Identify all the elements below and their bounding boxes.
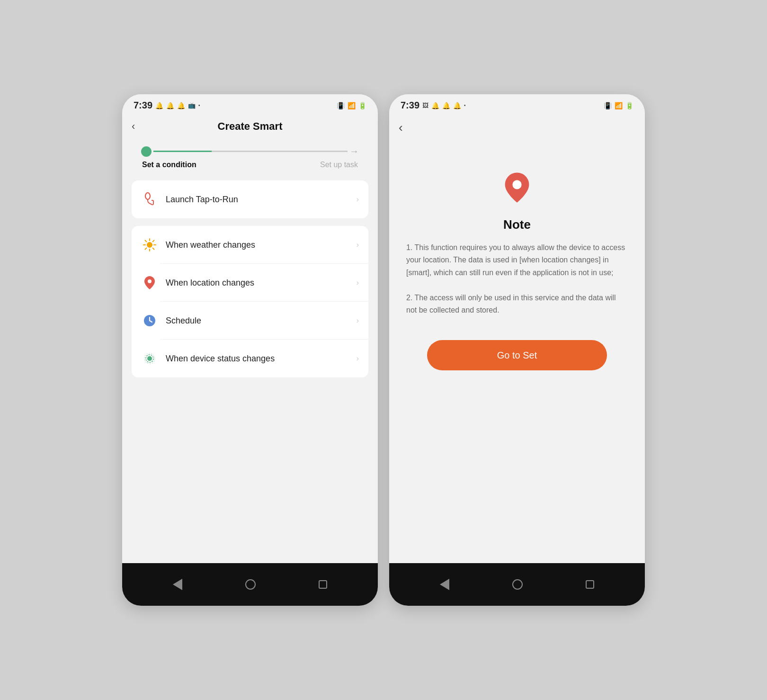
vibrate-icon: 📳 <box>337 102 345 109</box>
weather-label: When weather changes <box>166 240 357 250</box>
location-item[interactable]: When location changes › <box>132 264 368 302</box>
back-nav-button-r[interactable] <box>440 579 449 590</box>
location-icon <box>141 274 158 291</box>
svg-line-7 <box>145 241 147 242</box>
left-phone: 7:39 🔔 🔔 🔔 📺 • 📳 📶 🔋 ‹ Create Smart → <box>122 94 378 606</box>
note-title: Note <box>503 217 531 232</box>
dot-r: • <box>464 103 466 108</box>
schedule-icon <box>141 312 158 329</box>
svg-point-11 <box>148 279 152 283</box>
tap-to-run-card: Launch Tap-to-Run › <box>132 180 368 218</box>
home-nav-button[interactable] <box>245 579 256 590</box>
header: ‹ Create Smart <box>122 115 378 138</box>
progress-section: → Set a condition Set up task <box>122 138 378 180</box>
right-phone: 7:39 🖼 🔔 🔔 🔔 • 📳 📶 🔋 ‹ <box>389 94 645 606</box>
home-nav-button-r[interactable] <box>512 579 523 590</box>
progress-labels: Set a condition Set up task <box>141 161 359 169</box>
svg-line-9 <box>153 241 154 242</box>
back-button-right[interactable]: ‹ <box>399 120 403 135</box>
status-bar-right: 7:39 🖼 🔔 🔔 🔔 • 📳 📶 🔋 <box>389 94 645 115</box>
notif-icon-1: 🔔 <box>155 102 163 109</box>
svg-point-15 <box>147 356 152 361</box>
wifi-icon: 📶 <box>348 102 356 109</box>
progress-line <box>153 151 348 152</box>
vibrate-icon-r: 📳 <box>604 102 612 109</box>
progress-dot-step1 <box>141 146 152 157</box>
device-status-item[interactable]: When device status changes › <box>132 340 368 377</box>
device-status-chevron: › <box>357 354 359 363</box>
weather-chevron: › <box>357 241 359 249</box>
schedule-item[interactable]: Schedule › <box>132 302 368 340</box>
notif-icon-3: 🔔 <box>177 102 185 109</box>
notif-icon-2: 🔔 <box>166 102 174 109</box>
dot-icon: • <box>198 103 200 108</box>
battery-icon: 🔋 <box>358 102 366 109</box>
app-icon: 📺 <box>188 102 196 109</box>
goto-button-label: Go to Set <box>497 350 537 361</box>
tap-to-run-item[interactable]: Launch Tap-to-Run › <box>132 180 368 218</box>
device-status-label: When device status changes <box>166 354 357 364</box>
recents-nav-button[interactable] <box>319 580 327 589</box>
svg-line-8 <box>153 248 154 250</box>
svg-point-18 <box>512 180 521 189</box>
recents-nav-button-r[interactable] <box>586 580 594 589</box>
tap-to-run-chevron: › <box>357 195 359 204</box>
location-label: When location changes <box>166 278 357 288</box>
back-button[interactable]: ‹ <box>132 120 135 133</box>
battery-icon-r: 🔋 <box>625 102 633 109</box>
device-status-icon <box>141 350 158 367</box>
schedule-label: Schedule <box>166 316 357 326</box>
conditions-card: When weather changes › When location cha… <box>132 226 368 377</box>
step1-label: Set a condition <box>142 161 196 169</box>
step2-label: Set up task <box>320 161 358 169</box>
right-screen-content: ‹ Note 1. This function requires you to … <box>389 115 645 563</box>
wifi-icon-r: 📶 <box>615 102 623 109</box>
notif-r2: 🔔 <box>442 102 450 109</box>
location-chevron: › <box>357 278 359 287</box>
progress-bar: → <box>141 146 359 157</box>
weather-icon <box>141 236 158 253</box>
progress-arrow-icon: → <box>349 146 359 157</box>
back-nav-button[interactable] <box>173 579 182 590</box>
note-text: 1. This function requires you to always … <box>406 242 628 316</box>
notif-r3: 🔔 <box>453 102 461 109</box>
nav-bar-right <box>389 563 645 606</box>
notif-r1: 🔔 <box>431 102 439 109</box>
time-left: 7:39 <box>134 100 152 111</box>
tap-to-run-label: Launch Tap-to-Run <box>166 195 357 205</box>
left-screen-content: ‹ Create Smart → Set a condition Set up … <box>122 115 378 563</box>
nav-bar-left <box>122 563 378 606</box>
tap-icon <box>141 191 158 208</box>
gallery-icon: 🖼 <box>422 102 428 109</box>
status-bar-left: 7:39 🔔 🔔 🔔 📺 • 📳 📶 🔋 <box>122 94 378 115</box>
svg-point-0 <box>145 193 150 199</box>
svg-point-2 <box>147 242 152 248</box>
weather-item[interactable]: When weather changes › <box>132 226 368 264</box>
note-body: Note 1. This function requires you to al… <box>389 143 645 563</box>
svg-line-10 <box>145 248 147 250</box>
goto-set-button[interactable]: Go to Set <box>427 340 607 370</box>
schedule-chevron: › <box>357 316 359 325</box>
note-back-header: ‹ <box>389 115 645 143</box>
time-right: 7:39 <box>401 100 419 111</box>
location-pin-large-icon <box>500 171 534 206</box>
page-title: Create Smart <box>218 120 283 133</box>
